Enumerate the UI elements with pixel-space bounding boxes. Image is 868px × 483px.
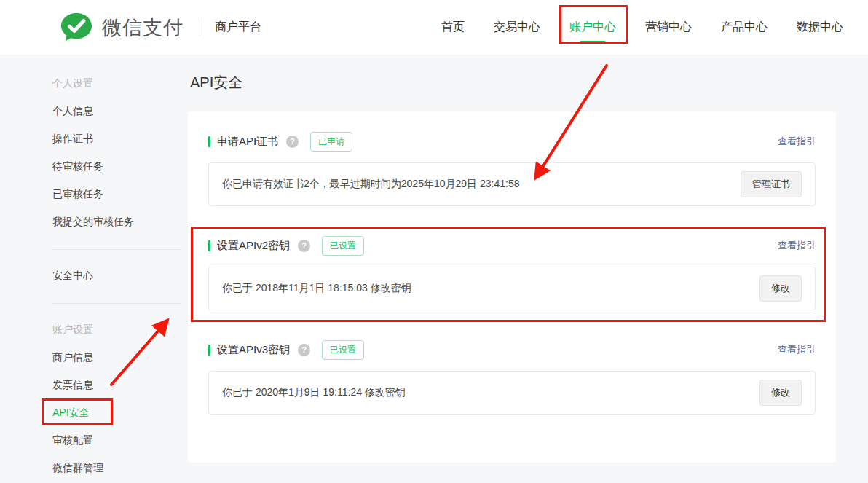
apiv3-key-status-text: 你已于 2020年1月9日 19:11:24 修改密钥 — [222, 386, 406, 399]
certificate-status-text: 你已申请有效证书2个，最早过期时间为2025年10月29日 23:41:58 — [222, 178, 519, 191]
sidebar-item-operation-certificate[interactable]: 操作证书 — [0, 125, 188, 153]
apiv2-key-status-row: 你已于 2018年11月1日 18:15:03 修改密钥 修改 — [208, 267, 816, 310]
sidebar-divider — [52, 249, 181, 250]
sidebar-group-account-settings: 账户设置 — [0, 316, 188, 344]
sub-brand-label: 商户平台 — [215, 20, 261, 35]
section-accent-bar — [208, 240, 210, 251]
sidebar-group-personal-settings: 个人设置 — [0, 70, 188, 98]
sidebar-item-personal-info[interactable]: 个人信息 — [0, 98, 188, 125]
sidebar-item-api-security[interactable]: API安全 — [0, 399, 188, 427]
section-apiv3-key: 设置APIv3密钥 ? 已设置 查看指引 你已于 2020年1月9日 19:11… — [208, 340, 816, 415]
sidebar: 个人设置 个人信息 操作证书 待审核任务 已审核任务 我提交的审核任务 安全中心… — [0, 55, 188, 482]
section-title: 设置APIv2密钥 — [217, 239, 290, 253]
main-content: API安全 申请API证书 ? 已申请 查看指引 你已申请有效证书2个，最早过期… — [188, 55, 836, 463]
section-head: 设置APIv3密钥 ? 已设置 查看指引 — [208, 340, 816, 359]
view-guide-link[interactable]: 查看指引 — [778, 343, 816, 356]
sidebar-item-my-submitted-review-tasks[interactable]: 我提交的审核任务 — [0, 208, 188, 236]
section-accent-bar — [208, 345, 210, 356]
page-title: API安全 — [190, 73, 836, 93]
status-badge-applied: 已申请 — [310, 132, 352, 152]
section-accent-bar — [208, 136, 210, 147]
nav-item-account-center-label: 账户中心 — [569, 20, 616, 33]
manage-certificate-button[interactable]: 管理证书 — [741, 171, 802, 197]
app-header: 微信支付 商户平台 首页 交易中心 账户中心 营销中心 产品中心 数据中心 — [0, 0, 868, 55]
api-security-card: 申请API证书 ? 已申请 查看指引 你已申请有效证书2个，最早过期时间为202… — [188, 111, 836, 463]
status-badge-set: 已设置 — [322, 236, 364, 256]
view-guide-link[interactable]: 查看指引 — [778, 135, 816, 148]
sidebar-item-reviewed-tasks[interactable]: 已审核任务 — [0, 181, 188, 208]
sidebar-item-api-security-label: API安全 — [52, 407, 90, 420]
sidebar-item-pending-review-tasks[interactable]: 待审核任务 — [0, 153, 188, 181]
apiv3-key-status-row: 你已于 2020年1月9日 19:11:24 修改密钥 修改 — [208, 371, 816, 415]
nav-item-home[interactable]: 首页 — [441, 20, 465, 35]
view-guide-link[interactable]: 查看指引 — [778, 239, 816, 252]
nav-item-marketing-center[interactable]: 营销中心 — [645, 20, 692, 35]
modify-apiv3-key-button[interactable]: 修改 — [760, 380, 802, 406]
brand-wordmark: 微信支付 — [102, 15, 184, 41]
section-head: 设置APIv2密钥 ? 已设置 查看指引 — [208, 236, 816, 255]
sidebar-item-wechat-group-management[interactable]: 微信群管理 — [0, 455, 188, 482]
modify-apiv2-key-button[interactable]: 修改 — [760, 275, 802, 302]
nav-item-account-center[interactable]: 账户中心 — [569, 20, 616, 35]
header-divider — [200, 20, 200, 36]
status-badge-set: 已设置 — [322, 340, 364, 360]
sidebar-item-review-config[interactable]: 审核配置 — [0, 427, 188, 455]
certificate-status-row: 你已申请有效证书2个，最早过期时间为2025年10月29日 23:41:58 管… — [208, 162, 816, 206]
active-tab-underline — [580, 41, 606, 44]
question-mark-icon[interactable]: ? — [298, 344, 310, 356]
question-mark-icon[interactable]: ? — [298, 240, 310, 252]
nav-item-data-center[interactable]: 数据中心 — [797, 20, 843, 35]
section-apiv2-key: 设置APIv2密钥 ? 已设置 查看指引 你已于 2018年11月1日 18:1… — [208, 236, 816, 310]
section-title: 申请API证书 — [217, 135, 278, 149]
sidebar-divider — [52, 303, 181, 304]
sidebar-item-merchant-info[interactable]: 商户信息 — [0, 344, 188, 372]
apiv2-key-status-text: 你已于 2018年11月1日 18:15:03 修改密钥 — [222, 282, 411, 295]
sidebar-item-invoice-info[interactable]: 发票信息 — [0, 372, 188, 399]
nav-item-trade-center[interactable]: 交易中心 — [494, 20, 540, 35]
question-mark-icon[interactable]: ? — [286, 136, 299, 148]
wechat-pay-logo[interactable]: 微信支付 — [60, 12, 184, 42]
nav-item-product-center[interactable]: 产品中心 — [721, 20, 768, 35]
top-nav: 首页 交易中心 账户中心 营销中心 产品中心 数据中心 — [441, 0, 868, 55]
section-title: 设置APIv3密钥 — [217, 343, 290, 357]
sidebar-item-security-center[interactable]: 安全中心 — [0, 262, 188, 290]
section-api-certificate: 申请API证书 ? 已申请 查看指引 你已申请有效证书2个，最早过期时间为202… — [208, 132, 816, 206]
wechat-pay-bubble-check-icon — [60, 12, 92, 42]
section-head: 申请API证书 ? 已申请 查看指引 — [208, 132, 816, 151]
